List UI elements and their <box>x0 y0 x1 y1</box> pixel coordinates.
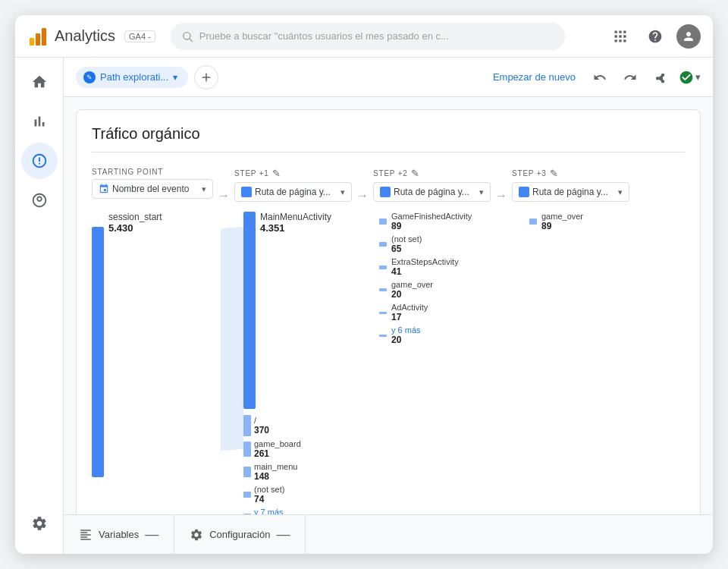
step2-selector[interactable]: Ruta de página y... ▾ <box>373 182 491 202</box>
step2-nodes: GameFinishedActivity89 (not set)65 Extra… <box>379 212 523 345</box>
starting-point-label: STARTING POINT <box>92 168 163 176</box>
tab-bar: ✎ Path explorati... ▾ Empezar de nuevo <box>64 58 713 97</box>
check-dropdown-button[interactable]: ▾ <box>679 70 701 85</box>
add-tab-button[interactable] <box>194 65 218 90</box>
undo-button[interactable] <box>588 65 612 90</box>
svg-line-4 <box>190 39 193 42</box>
step2-dim-icon <box>380 187 391 197</box>
config-label: Configuración <box>209 529 270 540</box>
step3-nodes: game_over89 <box>529 212 583 231</box>
avatar[interactable] <box>676 24 701 49</box>
help-button[interactable] <box>642 23 669 50</box>
sidebar <box>15 58 64 554</box>
undo-icon <box>593 71 607 84</box>
tab-chevron-icon: ▾ <box>173 72 177 83</box>
check-circle-icon <box>679 70 694 85</box>
svg-rect-5 <box>615 30 617 33</box>
sidebar-item-home[interactable] <box>21 64 58 100</box>
apps-icon <box>613 29 628 44</box>
svg-rect-2 <box>42 28 46 46</box>
config-icon <box>190 528 203 542</box>
step3-node-gameover: game_over89 <box>529 212 583 231</box>
step1-small-nodes: /370 game_board261 main_menu148 <box>243 415 376 514</box>
calendar-icon <box>99 184 109 194</box>
tab-right-actions: Empezar de nuevo <box>487 65 701 90</box>
step1-node-gameboard: game_board261 <box>243 439 376 459</box>
step1-label: STEP +1 ✎ <box>234 168 281 179</box>
step2-node-gameover: game_over20 <box>379 280 523 300</box>
step3-selector[interactable]: Ruta de página y... ▾ <box>512 182 629 202</box>
svg-rect-0 <box>30 38 34 46</box>
step2-node-notset: (not set)65 <box>379 234 523 254</box>
path-exploration-tab[interactable]: ✎ Path explorati... ▾ <box>76 67 188 88</box>
step3-selector-text: Ruta de página y... <box>532 187 615 197</box>
exploration-title: Tráfico orgánico <box>92 125 685 152</box>
step1-edit-icon[interactable]: ✎ <box>272 168 281 179</box>
redo-button[interactable] <box>618 65 642 90</box>
session-start-info: session_start 5.430 <box>108 212 162 234</box>
home-icon <box>31 74 48 90</box>
svg-rect-10 <box>623 35 626 37</box>
analytics-logo <box>27 26 49 47</box>
search-icon <box>181 30 193 42</box>
step3-chevron-icon: ▾ <box>618 187 623 197</box>
starting-point-selector[interactable]: Nombre del evento ▾ <box>92 179 213 199</box>
tab-pencil-icon: ✎ <box>83 71 96 83</box>
plus-icon <box>199 71 213 84</box>
share-button[interactable] <box>648 65 673 90</box>
step1-selector-text: Ruta de página y... <box>255 187 337 197</box>
main-menu-activity-node: MainMenuActivity 4.351 <box>243 212 376 409</box>
tab-label: Path explorati... <box>100 71 168 83</box>
svg-rect-1 <box>36 33 40 46</box>
step1-col: STEP +1 ✎ Ruta de página y... ▾ <box>234 168 352 202</box>
settings-icon <box>31 515 48 532</box>
step2-edit-icon[interactable]: ✎ <box>411 168 420 179</box>
main-body: ✎ Path explorati... ▾ Empezar de nuevo <box>15 58 713 554</box>
main-menu-name: MainMenuActivity <box>260 212 331 222</box>
flow-visualization: session_start 5.430 <box>92 212 685 514</box>
sidebar-item-explore[interactable] <box>21 143 58 179</box>
step2-node-adactivity: AdActivity17 <box>379 303 523 322</box>
header-actions <box>607 23 701 50</box>
config-dash[interactable]: — <box>276 527 290 542</box>
ga4-badge: GA4 - <box>124 30 155 42</box>
starting-selector-text: Nombre del evento <box>112 184 199 194</box>
step1-selector[interactable]: Ruta de página y... ▾ <box>234 182 352 202</box>
step1-nodes: MainMenuActivity 4.351 /370 <box>243 212 376 514</box>
sidebar-item-advertising[interactable] <box>21 182 58 218</box>
variables-panel[interactable]: Variables — <box>64 515 174 554</box>
apps-button[interactable] <box>607 23 634 50</box>
content-area: ✎ Path explorati... ▾ Empezar de nuevo <box>64 58 713 554</box>
step2-area: GameFinishedActivity89 (not set)65 Extra… <box>379 212 523 345</box>
start-over-button[interactable]: Empezar de nuevo <box>487 68 582 86</box>
step1-node-mainmenu: main_menu148 <box>243 462 376 482</box>
search-placeholder: Pruebe a buscar "cuántos usuarios el mes… <box>199 30 449 42</box>
main-menu-info: MainMenuActivity 4.351 <box>260 212 331 234</box>
svg-rect-13 <box>623 39 626 42</box>
sidebar-item-settings[interactable] <box>21 505 58 542</box>
step2-selector-text: Ruta de página y... <box>394 187 476 197</box>
logo-area: Analytics GA4 - <box>27 26 155 47</box>
step3-edit-icon[interactable]: ✎ <box>550 168 559 179</box>
step2-label: STEP +2 ✎ <box>373 168 420 179</box>
session-start-value: 5.430 <box>108 222 162 234</box>
step-arrow-1: → <box>213 168 234 203</box>
svg-rect-12 <box>619 39 621 42</box>
step2-node-extrasteps: ExtraStepsActivity41 <box>379 257 523 277</box>
steps-row: STARTING POINT Nombre del evento ▾ → <box>92 168 685 203</box>
sidebar-item-reports[interactable] <box>21 103 58 140</box>
svg-rect-11 <box>615 39 617 42</box>
check-chevron: ▾ <box>695 71 701 83</box>
starting-point-col: STARTING POINT Nombre del evento ▾ <box>92 168 213 199</box>
variables-dash[interactable]: — <box>145 527 158 542</box>
step1-chevron-icon: ▾ <box>340 187 345 197</box>
step3-label: STEP +3 ✎ <box>512 168 559 179</box>
main-menu-bar <box>243 212 256 409</box>
step3-dim-icon <box>519 187 529 197</box>
variables-label: Variables <box>99 529 139 540</box>
search-bar[interactable]: Pruebe a buscar "cuántos usuarios el mes… <box>171 23 565 50</box>
starting-col: session_start 5.430 <box>92 212 221 477</box>
reports-icon <box>31 113 48 130</box>
config-panel[interactable]: Configuración — <box>174 515 306 554</box>
session-start-name: session_start <box>108 212 162 222</box>
